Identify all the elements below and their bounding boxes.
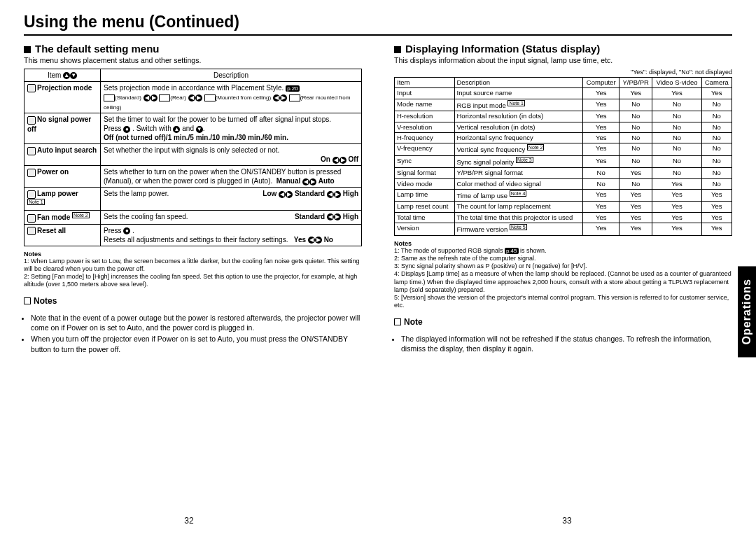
left-column: The default setting menu This menu shows… bbox=[24, 43, 362, 361]
bullet-2: When you turn off the projector even if … bbox=[31, 334, 362, 353]
note-subheading-r: Note bbox=[394, 317, 732, 327]
status-desc: Vertical sync frequency Note 2 bbox=[454, 143, 583, 156]
status-desc: The count for lamp replacement bbox=[454, 202, 583, 212]
poweron-icon bbox=[27, 169, 36, 177]
col-desc: Description bbox=[101, 69, 362, 82]
nosignal-icon bbox=[27, 116, 36, 125]
right-column: Displaying Information (Status display) … bbox=[394, 43, 732, 361]
note-1: 1: When Lamp power is set to Low, the sc… bbox=[24, 258, 362, 274]
status-item: Total time bbox=[395, 212, 455, 223]
status-desc: Firmware version Note 5 bbox=[454, 223, 583, 236]
status-item: Lamp time bbox=[395, 189, 455, 202]
note-item: 3: Sync signal polarity shown as P (posi… bbox=[394, 262, 732, 270]
status-desc: Time of lamp use Note 4 bbox=[454, 189, 583, 202]
projection-icon bbox=[27, 84, 36, 92]
fanmode-icon bbox=[27, 214, 36, 223]
page-num-left: 32 bbox=[184, 516, 193, 526]
status-item: Mode name bbox=[395, 99, 455, 111]
page-ref: p.20 bbox=[286, 85, 300, 92]
status-item: Input bbox=[395, 88, 455, 99]
status-desc: Vertical resolution (in dots) bbox=[454, 122, 583, 132]
note-2: 2: Setting [Fan mode] to [High] increase… bbox=[24, 273, 362, 289]
status-item: H-resolution bbox=[395, 111, 455, 122]
right-sub: This displays information about the inpu… bbox=[394, 56, 732, 64]
status-desc: Y/PB/PR signal format bbox=[454, 168, 583, 178]
right-heading: Displaying Information (Status display) bbox=[394, 43, 732, 55]
legend: "Yes": displayed, "No": not displayed bbox=[394, 69, 732, 76]
page-num-right: 33 bbox=[562, 516, 571, 526]
status-item: Video mode bbox=[395, 178, 455, 189]
default-settings-table: Item ▲▼ Description Projection mode Sets… bbox=[24, 69, 362, 246]
left-heading: The default setting menu bbox=[24, 43, 362, 55]
page-title: Using the menu (Continued) bbox=[24, 13, 732, 36]
col-item: Item bbox=[48, 71, 61, 79]
notes-header-r: Notes bbox=[394, 240, 732, 247]
status-item: Version bbox=[395, 223, 455, 236]
status-desc: Horizontal resolution (in dots) bbox=[454, 111, 583, 122]
reset-icon bbox=[27, 227, 36, 235]
note-item: 2: Same as the refresh rate of the compu… bbox=[394, 255, 732, 262]
bullet-1: Note that in the event of a power outage… bbox=[31, 313, 362, 332]
lamppower-icon bbox=[27, 190, 36, 199]
note-item: 5: [Version] shows the version of the pr… bbox=[394, 294, 732, 310]
status-desc: RGB input mode Note 1 bbox=[454, 99, 583, 111]
notes-subheading: Notes bbox=[24, 296, 362, 306]
status-desc: Input source name bbox=[454, 88, 583, 99]
left-sub: This menu shows placement status and oth… bbox=[24, 56, 362, 64]
status-item: Signal format bbox=[395, 168, 455, 178]
status-item: Sync bbox=[395, 155, 455, 168]
status-desc: Horizontal sync frequency bbox=[454, 132, 583, 143]
notes-header: Notes bbox=[24, 251, 362, 258]
status-item: V-frequency bbox=[395, 143, 455, 156]
side-tab: Operations bbox=[738, 266, 756, 357]
status-table: Item Description Computer Y/PB/PR Video … bbox=[394, 77, 732, 236]
status-item: H-frequency bbox=[395, 132, 455, 143]
bullet-r1: The displayed information will not be re… bbox=[401, 334, 732, 353]
note-item: 1: The mode of supported RGB signals p.4… bbox=[394, 247, 732, 255]
autoinput-icon bbox=[27, 147, 36, 155]
status-desc: Sync signal polarity Note 3 bbox=[454, 155, 583, 168]
status-item: V-resolution bbox=[395, 122, 455, 132]
note-item: 4: Displays [Lamp time] as a measure of … bbox=[394, 270, 732, 294]
status-desc: Color method of video signal bbox=[454, 178, 583, 189]
status-item: Lamp reset count bbox=[395, 202, 455, 212]
status-desc: The total time that this projector is us… bbox=[454, 212, 583, 223]
